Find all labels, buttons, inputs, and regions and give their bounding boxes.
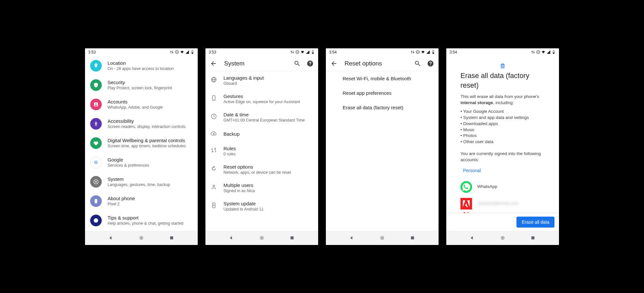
adobe-icon bbox=[460, 198, 472, 210]
nav-recent-icon[interactable] bbox=[289, 235, 295, 240]
status-time: 3:54 bbox=[329, 50, 336, 54]
data-saver-icon bbox=[531, 50, 535, 54]
item-subtitle: 0 rules bbox=[223, 152, 313, 156]
screen-system: 3:53 System Languages & inputGboardGestu… bbox=[205, 48, 318, 245]
navbar bbox=[326, 231, 439, 245]
item-subtitle: Screen time, app timers, bedtime schedul… bbox=[108, 144, 193, 148]
system-item-update[interactable]: System updateUpdated to Android 11 bbox=[205, 197, 318, 215]
svg-point-25 bbox=[212, 151, 213, 152]
system-item-backup[interactable]: Backup bbox=[205, 126, 318, 142]
nav-back-icon[interactable] bbox=[109, 235, 114, 240]
tips-icon: ? bbox=[90, 215, 102, 226]
nav-recent-icon[interactable] bbox=[410, 235, 415, 240]
intro-bold: internal storage bbox=[460, 100, 493, 105]
dnd-icon bbox=[295, 50, 299, 54]
accessibility-icon bbox=[90, 118, 102, 130]
reset-wifi[interactable]: Reset Wi-Fi, mobile & Bluetooth bbox=[326, 71, 439, 86]
item-subtitle: Updated to Android 11 bbox=[223, 207, 313, 211]
navbar bbox=[446, 231, 559, 245]
erase-all-data-button[interactable]: Erase all data bbox=[516, 217, 554, 228]
erase-bullet: System and app data and settings bbox=[460, 115, 545, 121]
screen-reset-options: 3:54 Reset options Reset Wi-Fi, mobile &… bbox=[326, 48, 439, 245]
item-title: Security bbox=[108, 80, 193, 85]
button-row: Erase all data bbox=[446, 213, 559, 231]
system-item-datetime[interactable]: Date & timeGMT+01:00 Central European St… bbox=[205, 108, 318, 126]
data-saver-icon bbox=[170, 50, 174, 54]
google-icon: G bbox=[90, 157, 102, 168]
system-item-reset[interactable]: Reset optionsNetwork, apps, or device ca… bbox=[205, 160, 318, 179]
accounts-icon bbox=[90, 99, 102, 110]
settings-item-accessibility[interactable]: AccessibilityScreen readers, display, in… bbox=[85, 114, 198, 133]
reset-app-prefs[interactable]: Reset app preferences bbox=[326, 86, 439, 100]
account-label: redacted@email.com bbox=[477, 200, 518, 207]
back-icon[interactable] bbox=[330, 60, 337, 67]
help-icon[interactable] bbox=[307, 60, 314, 67]
item-title: Tips & support bbox=[108, 215, 193, 220]
account-whatsapp[interactable]: WhatsApp bbox=[460, 179, 545, 195]
nav-back-icon[interactable] bbox=[349, 235, 355, 240]
item-subtitle: Pixel 2 bbox=[108, 202, 193, 206]
item-subtitle: Signed in as Nica bbox=[223, 189, 313, 193]
account-adobe[interactable]: redacted@email.com bbox=[460, 195, 545, 212]
item-title: Date & time bbox=[223, 112, 313, 117]
item-title: Digital Wellbeing & parental controls bbox=[108, 138, 193, 143]
nav-recent-icon[interactable] bbox=[530, 235, 535, 240]
settings-item-google[interactable]: GGoogleServices & preferences bbox=[85, 153, 198, 172]
back-icon[interactable] bbox=[210, 60, 217, 67]
item-subtitle: Network, apps, or device can be reset bbox=[223, 170, 313, 175]
languages-icon bbox=[211, 76, 217, 84]
search-icon[interactable] bbox=[294, 60, 301, 67]
settings-item-accounts[interactable]: AccountsWhatsApp, Adobe, and Google bbox=[85, 95, 198, 114]
item-title: About phone bbox=[108, 196, 193, 201]
item-subtitle: Active Edge on, squeeze for your Assista… bbox=[223, 100, 313, 104]
erase-heading: Erase all data (factory reset) bbox=[460, 71, 545, 91]
nav-home-icon[interactable] bbox=[500, 235, 505, 240]
item-title: Google bbox=[108, 157, 193, 162]
item-subtitle: On - 28 apps have access to location bbox=[108, 66, 193, 71]
svg-point-24 bbox=[215, 148, 216, 149]
cell-icon bbox=[426, 50, 430, 54]
users-icon bbox=[211, 184, 217, 191]
item-title: Rules bbox=[223, 146, 313, 151]
nav-home-icon[interactable] bbox=[139, 235, 144, 240]
help-icon[interactable] bbox=[427, 60, 434, 67]
erase-all[interactable]: Erase all data (factory reset) bbox=[326, 100, 439, 115]
item-title: System update bbox=[223, 201, 313, 206]
settings-item-security[interactable]: SecurityPlay Protect, screen lock, finge… bbox=[85, 75, 198, 95]
page-title: Reset options bbox=[345, 60, 407, 67]
svg-point-10 bbox=[96, 122, 97, 122]
nav-back-icon[interactable] bbox=[229, 235, 234, 240]
system-item-rules[interactable]: Rules0 rules bbox=[205, 142, 318, 160]
svg-point-9 bbox=[95, 103, 97, 104]
wifi-icon bbox=[541, 50, 545, 54]
nav-home-icon[interactable] bbox=[380, 235, 385, 240]
item-title: Location bbox=[108, 60, 193, 66]
settings-item-tips[interactable]: ?Tips & supportHelp articles, phone & ch… bbox=[85, 211, 198, 230]
settings-item-wellbeing[interactable]: Digital Wellbeing & parental controlsScr… bbox=[85, 133, 198, 153]
personal-label: Personal bbox=[460, 168, 545, 174]
settings-item-about[interactable]: About phonePixel 2 bbox=[85, 191, 198, 211]
nav-home-icon[interactable] bbox=[259, 235, 264, 240]
whatsapp-icon bbox=[460, 181, 472, 193]
item-title: System bbox=[108, 176, 193, 182]
system-item-gestures[interactable]: GesturesActive Edge on, squeeze for your… bbox=[205, 90, 318, 108]
nav-back-icon[interactable] bbox=[470, 235, 475, 240]
status-bar: 3:54 bbox=[326, 48, 439, 56]
system-item-users[interactable]: Multiple usersSigned in as Nica bbox=[205, 179, 318, 197]
nav-recent-icon[interactable] bbox=[169, 235, 174, 240]
erase-bullet-list: Your Google AccountSystem and app data a… bbox=[460, 109, 545, 145]
system-item-languages[interactable]: Languages & inputGboard bbox=[205, 71, 318, 90]
wifi-icon bbox=[180, 50, 184, 54]
wifi-icon bbox=[300, 50, 305, 54]
wellbeing-icon bbox=[90, 137, 102, 149]
backup-icon bbox=[211, 130, 217, 138]
update-icon bbox=[211, 202, 217, 210]
status-time: 3:54 bbox=[450, 50, 457, 54]
erase-bullet: Other user data bbox=[460, 139, 545, 145]
settings-item-system[interactable]: SystemLanguages, gestures, time, backup bbox=[85, 172, 198, 191]
battery-icon bbox=[311, 50, 315, 54]
dnd-icon bbox=[416, 50, 420, 54]
settings-item-location[interactable]: LocationOn - 28 apps have access to loca… bbox=[85, 56, 198, 75]
search-icon[interactable] bbox=[414, 60, 421, 67]
navbar bbox=[85, 231, 198, 245]
